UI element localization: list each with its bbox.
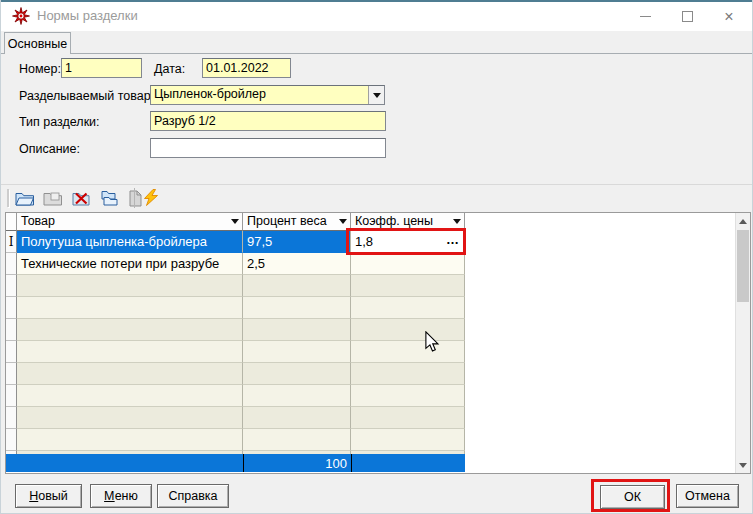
column-header-weight[interactable]: Процент веса [243, 213, 351, 231]
date-label: Дата: [154, 62, 185, 76]
table-row-empty[interactable] [6, 385, 465, 407]
maximize-button[interactable] [666, 2, 708, 31]
scrollbar-thumb[interactable] [737, 230, 749, 302]
folder-open-icon [15, 190, 35, 207]
tab-main-label: Основные [8, 37, 67, 51]
cut-type-field[interactable] [150, 111, 386, 131]
table-row-empty[interactable] [6, 363, 465, 385]
header-selector-cell [6, 213, 17, 231]
empty-cell[interactable] [351, 363, 465, 385]
empty-cell[interactable] [17, 341, 243, 363]
filter-arrow-icon[interactable] [339, 219, 347, 224]
row-marker-cell [6, 253, 17, 275]
folder-edit-icon [43, 190, 63, 207]
empty-cell[interactable] [17, 297, 243, 319]
product-combobox[interactable]: Цыпленок-бройлер [150, 85, 385, 105]
empty-cell[interactable] [243, 407, 351, 429]
empty-cell[interactable] [351, 385, 465, 407]
annotation-box-coeff-cell [346, 228, 466, 255]
product-combobox-dropdown-button[interactable] [368, 86, 384, 104]
dialog-window: Нормы разделки × Основные Номер: Дата: Р… [0, 0, 753, 514]
description-field[interactable] [150, 138, 386, 158]
empty-cell[interactable] [243, 363, 351, 385]
cell-product[interactable]: Полутуша цыпленка-бройлера [17, 231, 243, 253]
close-icon: × [724, 9, 733, 25]
vertical-scrollbar[interactable] [735, 213, 750, 473]
empty-cell[interactable] [243, 429, 351, 451]
number-field[interactable] [61, 58, 142, 78]
run-lightning-icon [142, 189, 160, 207]
empty-cell[interactable] [17, 385, 243, 407]
table-row[interactable]: Технические потери при разрубе 2,5 [6, 253, 465, 275]
mouse-cursor-icon [424, 331, 440, 353]
maximize-icon [682, 11, 693, 22]
add-row-button[interactable] [12, 186, 38, 210]
column-header-product[interactable]: Товар [17, 213, 243, 231]
row-marker-cell [6, 297, 17, 319]
row-marker-cell [6, 319, 17, 341]
empty-cell[interactable] [243, 341, 351, 363]
empty-cell[interactable] [17, 275, 243, 297]
empty-cell[interactable] [17, 363, 243, 385]
help-button-label: Справка [168, 489, 217, 503]
new-button[interactable]: Новый [15, 484, 82, 508]
column-header-weight-label: Процент веса [247, 214, 327, 228]
empty-cell[interactable] [17, 407, 243, 429]
cell-product[interactable]: Технические потери при разрубе [17, 253, 243, 275]
cell-weight-percent[interactable]: 97,5 [243, 231, 351, 253]
close-button[interactable]: × [708, 2, 750, 31]
cell-price-coeff[interactable] [351, 253, 465, 275]
filter-arrow-icon[interactable] [453, 219, 461, 224]
chevron-up-icon [739, 219, 747, 224]
date-field[interactable] [202, 58, 291, 78]
empty-cell[interactable] [243, 275, 351, 297]
tab-main[interactable]: Основные [4, 32, 71, 54]
empty-cell[interactable] [17, 319, 243, 341]
filter-arrow-icon[interactable] [231, 219, 239, 224]
copy-row-button[interactable] [96, 186, 122, 210]
empty-cell[interactable] [243, 297, 351, 319]
cell-weight-percent[interactable]: 2,5 [243, 253, 351, 275]
titlebar: Нормы разделки × [1, 2, 752, 31]
table-row-empty[interactable] [6, 275, 465, 297]
row-marker-cell [6, 363, 17, 385]
scroll-down-button[interactable] [736, 457, 750, 473]
row-marker-cell: I [6, 231, 17, 253]
empty-cell[interactable] [243, 319, 351, 341]
empty-cell[interactable] [351, 275, 465, 297]
help-button[interactable]: Справка [157, 484, 229, 508]
table-row-empty[interactable] [6, 297, 465, 319]
table-row-empty[interactable] [6, 429, 465, 451]
edit-marker: I [9, 235, 14, 249]
menu-button[interactable]: Меню [90, 484, 152, 508]
tabstrip-divider [1, 53, 752, 54]
edit-row-button[interactable] [40, 186, 66, 210]
delete-row-button[interactable] [68, 186, 94, 210]
empty-cell[interactable] [351, 407, 465, 429]
table-row-empty[interactable] [6, 341, 465, 363]
empty-cell[interactable] [351, 341, 465, 363]
footer-column-divider [351, 454, 352, 472]
row-marker-cell [6, 385, 17, 407]
row-marker-cell [6, 407, 17, 429]
empty-cell[interactable] [351, 429, 465, 451]
empty-cell[interactable] [351, 297, 465, 319]
row-marker-cell [6, 341, 17, 363]
empty-cell[interactable] [351, 319, 465, 341]
row-marker-cell [6, 429, 17, 451]
empty-cell[interactable] [17, 429, 243, 451]
scroll-up-button[interactable] [736, 213, 750, 229]
annotation-box-ok-button [591, 479, 670, 512]
column-header-product-label: Товар [21, 214, 55, 228]
folders-copy-icon [99, 190, 119, 207]
run-button[interactable] [138, 186, 164, 210]
cancel-button-label: Отмена [685, 489, 730, 503]
cancel-button[interactable]: Отмена [676, 484, 739, 508]
minimize-icon [640, 16, 651, 17]
table-row-empty[interactable] [6, 407, 465, 429]
row-marker-cell [6, 275, 17, 297]
minimize-button[interactable] [624, 2, 666, 31]
table-row-empty[interactable] [6, 319, 465, 341]
folder-delete-icon [71, 190, 91, 207]
empty-cell[interactable] [243, 385, 351, 407]
